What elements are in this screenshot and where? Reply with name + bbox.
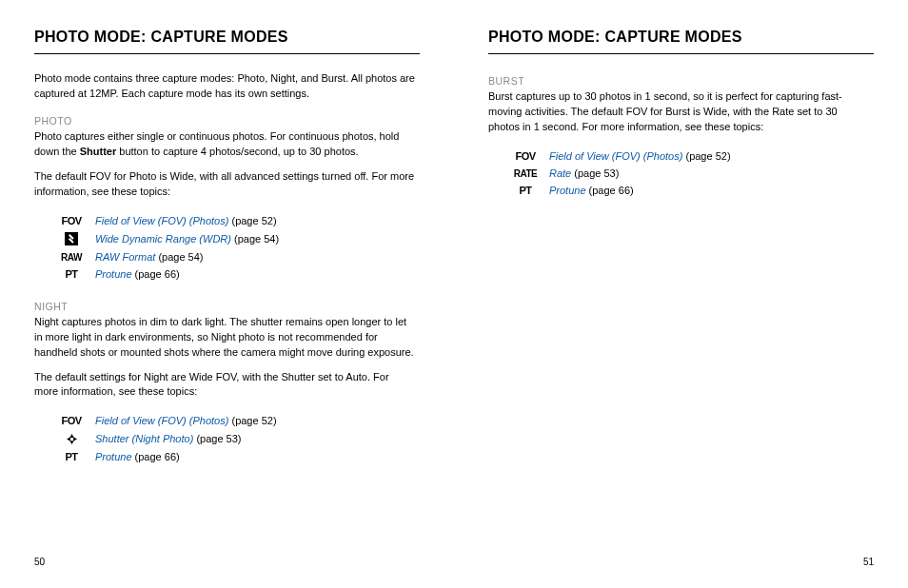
- protune-icon: PT: [57, 451, 86, 462]
- link-row: Shutter (Night Photo) (page 53): [57, 432, 420, 445]
- page-ref: (page 52): [685, 150, 730, 162]
- link-row: PT Protune (page 66): [57, 268, 420, 280]
- link-fov[interactable]: Field of View (FOV) (Photos): [95, 215, 228, 226]
- link-row: FOV Field of View (FOV) (Photos) (page 5…: [57, 415, 420, 426]
- page-number: 50: [34, 557, 45, 567]
- page-ref: (page 54): [158, 251, 203, 263]
- link-row: FOV Field of View (FOV) (Photos) (page 5…: [57, 215, 420, 226]
- wdr-icon: [57, 232, 86, 245]
- section-label-night: NIGHT: [34, 301, 420, 312]
- burst-paragraph-1: Burst captures up to 30 photos in 1 seco…: [488, 89, 869, 135]
- aperture-icon: [57, 432, 86, 445]
- link-row: PT Protune (page 66): [57, 451, 420, 462]
- page-ref: (page 66): [589, 185, 634, 196]
- protune-icon: PT: [57, 268, 86, 280]
- link-fov[interactable]: Field of View (FOV) (Photos): [95, 415, 228, 426]
- protune-icon: PT: [511, 185, 540, 196]
- page-number: 51: [863, 557, 874, 567]
- intro-text: Photo mode contains three capture modes:…: [34, 71, 415, 102]
- raw-icon: RAW: [57, 251, 86, 263]
- page-ref: (page 66): [135, 451, 180, 462]
- link-row: PT Protune (page 66): [511, 185, 874, 196]
- photo-paragraph-2: The default FOV for Photo is Wide, with …: [34, 169, 415, 200]
- text: button to capture 4 photos/second, up to…: [116, 146, 358, 157]
- night-links: FOV Field of View (FOV) (Photos) (page 5…: [57, 415, 420, 468]
- page-title: PHOTO MODE: CAPTURE MODES: [488, 29, 874, 54]
- page-ref: (page 54): [234, 233, 279, 245]
- link-protune[interactable]: Protune: [95, 451, 132, 462]
- link-row: FOV Field of View (FOV) (Photos) (page 5…: [511, 150, 874, 162]
- page-ref: (page 53): [574, 167, 619, 179]
- page-right: PHOTO MODE: CAPTURE MODES BURST Burst ca…: [454, 0, 908, 588]
- section-label-photo: PHOTO: [34, 115, 420, 127]
- link-row: RAW RAW Format (page 54): [57, 251, 420, 263]
- fov-icon: FOV: [57, 415, 86, 426]
- fov-icon: FOV: [57, 215, 86, 226]
- link-wdr[interactable]: Wide Dynamic Range (WDR): [95, 233, 231, 245]
- section-label-burst: BURST: [488, 75, 874, 87]
- link-shutter-night[interactable]: Shutter (Night Photo): [95, 433, 193, 444]
- page-left: PHOTO MODE: CAPTURE MODES Photo mode con…: [0, 0, 454, 588]
- rate-icon: RATE: [511, 167, 540, 179]
- page-ref: (page 52): [231, 215, 276, 226]
- link-protune[interactable]: Protune: [95, 268, 132, 280]
- link-raw[interactable]: RAW Format: [95, 251, 155, 263]
- page-title: PHOTO MODE: CAPTURE MODES: [34, 29, 420, 54]
- night-paragraph-2: The default settings for Night are Wide …: [34, 370, 415, 401]
- link-fov[interactable]: Field of View (FOV) (Photos): [549, 150, 682, 162]
- page-ref: (page 66): [135, 268, 180, 280]
- link-row: Wide Dynamic Range (WDR) (page 54): [57, 232, 420, 245]
- bold-shutter: Shutter: [80, 146, 117, 157]
- page-ref: (page 53): [196, 433, 241, 444]
- burst-links: FOV Field of View (FOV) (Photos) (page 5…: [511, 150, 874, 202]
- page-ref: (page 52): [231, 415, 276, 426]
- link-rate[interactable]: Rate: [549, 167, 571, 179]
- link-row: RATE Rate (page 53): [511, 167, 874, 179]
- fov-icon: FOV: [511, 150, 540, 162]
- link-protune[interactable]: Protune: [549, 185, 586, 196]
- photo-links: FOV Field of View (FOV) (Photos) (page 5…: [57, 215, 420, 285]
- night-paragraph-1: Night captures photos in dim to dark lig…: [34, 315, 415, 361]
- photo-paragraph-1: Photo captures either single or continuo…: [34, 129, 415, 160]
